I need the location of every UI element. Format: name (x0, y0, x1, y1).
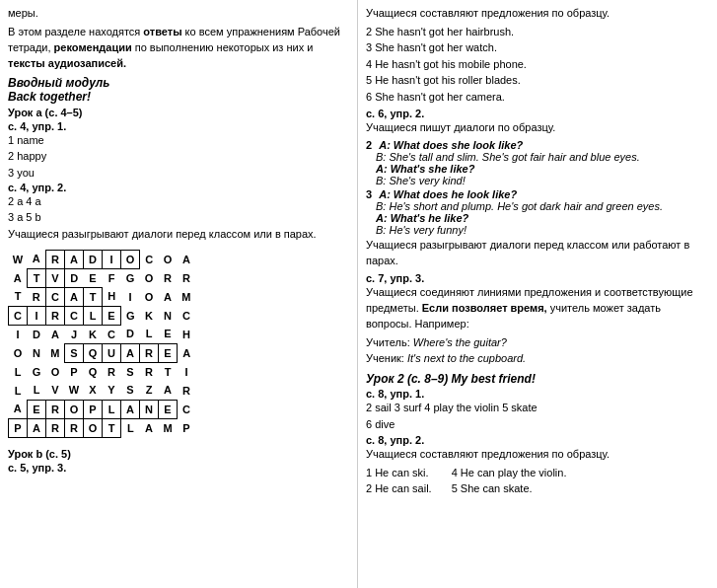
ex2-left-col: 1 He can ski. 2 He can sail. (366, 466, 432, 498)
ex2-note: Учащиеся разыгрывают диалоги перед класс… (8, 227, 349, 243)
teacher-label: Учитель: (366, 336, 410, 348)
right-note3: Учащиеся разыгрывают диалоги перед класс… (366, 238, 709, 269)
grid-cell: N (140, 400, 159, 418)
grid-cell: I (178, 362, 196, 381)
right2-ex1-ans6: 6 dive (366, 417, 709, 432)
dial2-b2: B: She's very kind! (376, 175, 709, 186)
grid-table: WARADIOCOAATVDEFGORRTRCATHIOAMCIRCLEGKNC… (8, 250, 196, 438)
right-ex3-ref: с. 7, упр. 3. (366, 272, 709, 284)
grid-cell: O (121, 250, 140, 268)
grid-cell: A (9, 400, 28, 418)
ex2-ans-r2: 5 She can skate. (452, 481, 567, 496)
grid-cell: N (28, 343, 46, 362)
intro-text: меры. (8, 6, 349, 22)
grid-cell: S (121, 381, 140, 400)
grid-cell: L (121, 418, 140, 437)
grid-cell: T (103, 418, 121, 437)
student-text: It's next to the cupboard. (404, 352, 526, 364)
grid-cell: S (121, 362, 140, 381)
grid-cell: T (9, 287, 28, 306)
right2-ex1-answers: 2 sail 3 surf 4 play the violin 5 skate (366, 401, 709, 415)
dial3-a2-text: A: What's he like? (376, 212, 468, 224)
grid-cell: H (178, 325, 196, 343)
dial2-a2-text: A: What's she like? (376, 163, 474, 175)
grid-cell: Q (84, 343, 103, 362)
student-label: Ученик: (366, 352, 404, 364)
grid-cell: A (178, 343, 196, 362)
intro2-bold: ответы (140, 26, 181, 37)
left-column: меры. В этом разделе находятся ответы ко… (0, 0, 358, 588)
right-answers-top: 2 She hasn't got her hairbrush. 3 She ha… (366, 25, 709, 105)
grid-cell: C (178, 306, 196, 325)
student-line: Ученик: It's next to the cupboard. (366, 351, 709, 366)
dial2-b2-text: B: She's very kind! (376, 175, 466, 186)
dial2-num-text: 2 (366, 139, 372, 151)
ex2-answers-block: 1 He can ski. 2 He can sail. 4 He can pl… (366, 466, 709, 498)
ex2-ans-r1: 4 He can play the violin. (452, 466, 567, 480)
grid-cell: L (140, 325, 159, 343)
module-subtitle-text: Back together! (8, 90, 349, 104)
grid-cell: R (46, 400, 65, 418)
grid-cell: D (121, 325, 140, 343)
dial3-b1: B: He's short and plump. He's got dark h… (376, 200, 709, 212)
grid-cell: M (159, 418, 178, 437)
right2-ex1-ref: с. 8, упр. 1. (366, 388, 709, 400)
grid-cell: P (9, 418, 28, 437)
right-note4: Учащиеся соединяют линиями предложения и… (366, 285, 709, 332)
right2-ex2-ref: с. 8, упр. 2. (366, 434, 709, 446)
teacher-text: Where's the guitar? (410, 336, 507, 348)
intro3-bold: рекомендации (51, 41, 132, 53)
grid-cell: M (46, 343, 65, 362)
grid-cell: T (159, 362, 178, 381)
intro3-rest: по выполнению некоторых из них и (132, 41, 314, 53)
grid-cell: A (28, 418, 46, 437)
grid-cell: L (9, 381, 28, 400)
grid-cell: R (46, 250, 65, 268)
grid-cell: L (9, 362, 28, 381)
grid-cell: R (46, 306, 65, 325)
grid-cell: C (9, 306, 28, 325)
ex1-answer-2: 2 happy (8, 149, 349, 164)
right-note1: Учащиеся составляют предложения по образ… (366, 6, 709, 22)
grid-cell: V (46, 268, 65, 287)
grid-cell: I (121, 287, 140, 306)
ex2-ans-l1: 1 He can ski. (366, 466, 432, 480)
grid-cell: R (28, 287, 46, 306)
grid-cell: O (159, 250, 178, 268)
grid-cell: R (140, 343, 159, 362)
grid-cell: A (65, 287, 84, 306)
intro-line1: меры. (8, 7, 38, 19)
grid-cell: D (84, 250, 103, 268)
grid-cell: J (65, 325, 84, 343)
grid-cell: I (28, 306, 46, 325)
page-container: меры. В этом разделе находятся ответы ко… (0, 0, 717, 588)
grid-cell: A (28, 250, 46, 268)
grid-cell: Q (84, 362, 103, 381)
grid-cell: N (159, 306, 178, 325)
ans-top-4: 6 She hasn't got her camera. (366, 90, 709, 105)
grid-cell: D (28, 325, 46, 343)
grid-cell: A (159, 381, 178, 400)
grid-cell: Y (103, 381, 121, 400)
grid-cell: D (65, 268, 84, 287)
grid-cell: C (140, 250, 159, 268)
lesson-b-title: Урок b (с. 5) (8, 448, 349, 460)
ex2-right-col: 4 He can play the violin. 5 She can skat… (452, 466, 567, 498)
note4-bold: Если позволяет время, (419, 302, 547, 314)
dial2-b1-text: B: She's tall and slim. She's got fair h… (376, 151, 640, 163)
dial3-a1: A: What does he look like? (379, 188, 517, 200)
module-title: Вводный модуль Back together! (8, 76, 349, 104)
teacher-line: Учитель: Where's the guitar? (366, 335, 709, 350)
dial3-b2: B: He's very funny! (376, 224, 709, 236)
word-search-grid: WARADIOCOAATVDEFGORRTRCATHIOAMCIRCLEGKNC… (8, 250, 196, 438)
dial3-a2: A: What's he like? (376, 212, 709, 224)
grid-cell: K (84, 325, 103, 343)
grid-cell: W (9, 250, 28, 268)
grid-cell: K (140, 306, 159, 325)
grid-cell: R (65, 418, 84, 437)
grid-cell: X (84, 381, 103, 400)
dial2-b1: B: She's tall and slim. She's got fair h… (376, 151, 709, 163)
ex2-answer-1: 2 a 4 a (8, 194, 349, 209)
grid-cell: E (159, 400, 178, 418)
dial2-a2: A: What's she like? (376, 163, 709, 175)
